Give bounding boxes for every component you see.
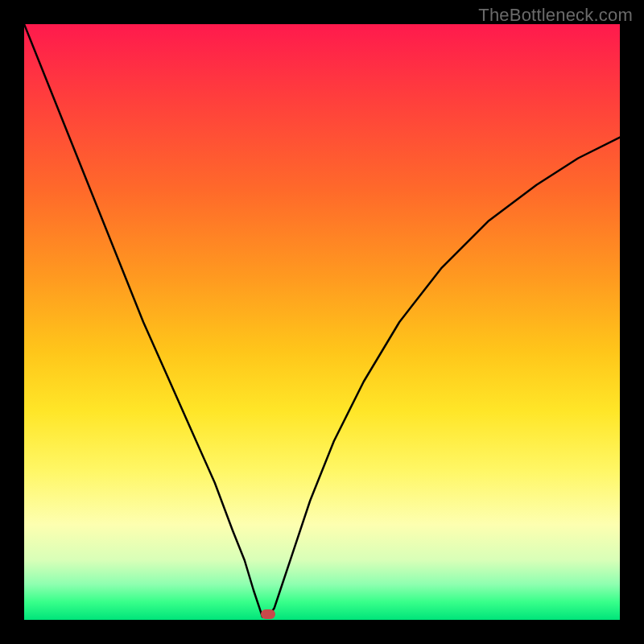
chart-frame: TheBottleneck.com — [0, 0, 644, 644]
bottleneck-curve — [24, 24, 620, 620]
watermark-text: TheBottleneck.com — [478, 5, 633, 26]
notch-marker — [261, 609, 275, 619]
plot-area — [24, 24, 620, 620]
